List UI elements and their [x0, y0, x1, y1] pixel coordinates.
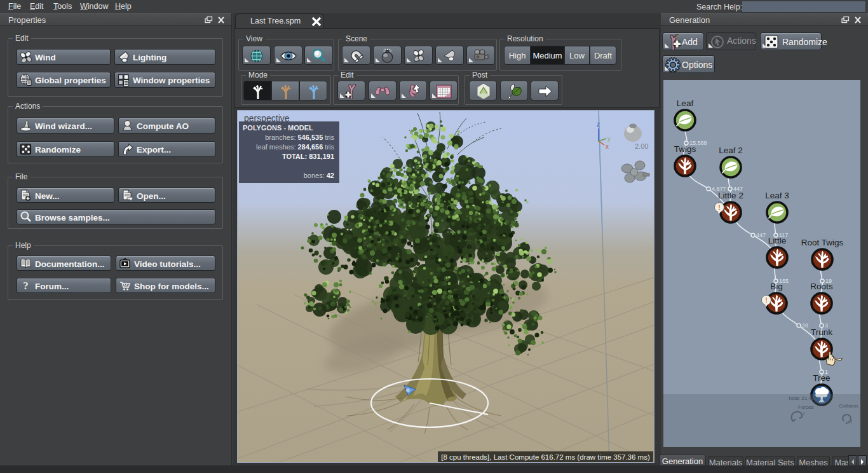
svg-text:Leaf: Leaf [677, 99, 694, 108]
svg-text:Big: Big [770, 282, 783, 291]
svg-text:!: ! [718, 203, 721, 211]
svg-text:Root Twigs: Root Twigs [801, 238, 844, 247]
svg-text:z: z [597, 121, 600, 128]
svg-text:Little: Little [768, 236, 787, 245]
svg-text:Twigs: Twigs [674, 144, 696, 154]
svg-text:Tree: Tree [813, 373, 830, 383]
svg-text:y: y [607, 135, 611, 142]
svg-text:Roots: Roots [810, 282, 833, 291]
svg-text:2.00: 2.00 [635, 142, 648, 150]
svg-text:Little 2: Little 2 [718, 191, 743, 200]
svg-text:?: ? [23, 280, 29, 292]
svg-text:x: x [606, 143, 609, 150]
svg-text:!: ! [765, 296, 768, 304]
svg-text:Trunk: Trunk [811, 327, 832, 337]
svg-text:447: 447 [756, 232, 766, 238]
svg-text:Leaf 2: Leaf 2 [719, 146, 743, 155]
svg-text:Leaf 3: Leaf 3 [765, 191, 789, 200]
svg-text:28: 28 [802, 322, 808, 329]
